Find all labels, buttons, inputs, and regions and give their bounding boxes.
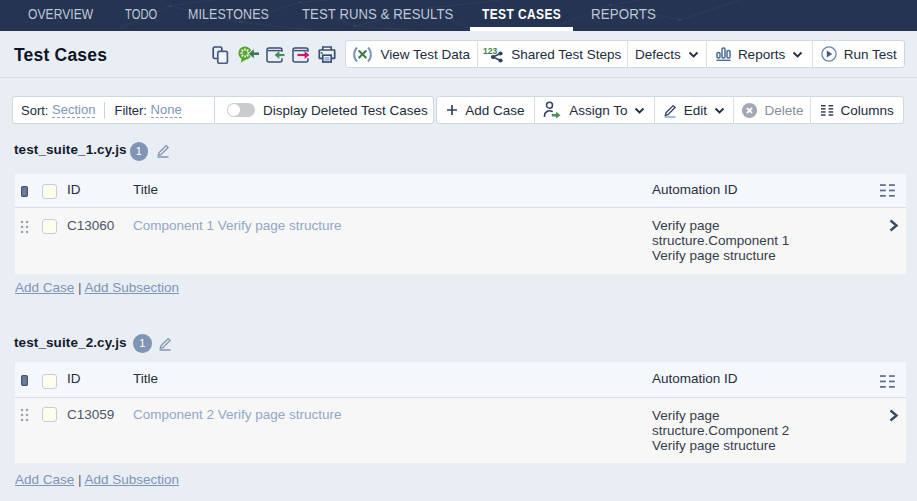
- svg-text:123: 123: [483, 46, 497, 56]
